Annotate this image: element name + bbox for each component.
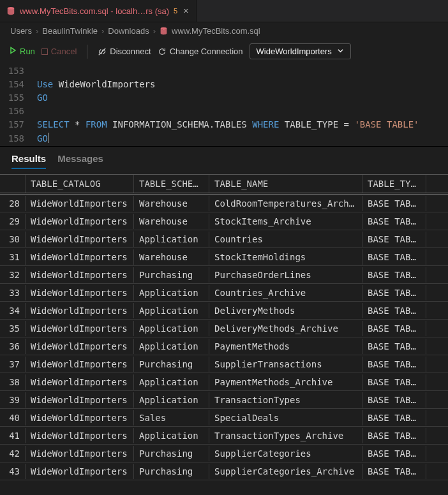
cell-catalog[interactable]: WideWorldImporters [26,232,134,247]
cell-catalog[interactable]: WideWorldImporters [26,249,134,265]
cell-catalog[interactable]: WideWorldImporters [26,267,134,283]
col-schema[interactable]: TABLE_SCHEMA [134,175,209,193]
table-row[interactable]: 39WideWorldImportersApplicationTransacti… [0,391,448,409]
cell-catalog[interactable]: WideWorldImporters [26,303,134,318]
cell-catalog[interactable]: WideWorldImporters [26,285,134,300]
cell-catalog[interactable]: WideWorldImporters [26,410,134,425]
cell-schema[interactable]: Application [134,374,209,390]
cell-type[interactable]: BASE TABLE [362,267,426,283]
cell-type[interactable]: BASE TABLE [362,357,426,372]
table-row[interactable]: 31WideWorldImportersWarehouseStockItemHo… [0,248,448,266]
cell-schema[interactable]: Sales [134,410,209,425]
table-row[interactable]: 29WideWorldImportersWarehouseStockItems_… [0,212,448,230]
cell-catalog[interactable]: WideWorldImporters [26,214,134,229]
table-row[interactable]: 32WideWorldImportersPurchasingPurchaseOr… [0,266,448,284]
cell-name[interactable]: Countries_Archive [209,285,362,300]
cell-type[interactable]: BASE TABLE [362,321,426,336]
cell-type[interactable]: BASE TABLE [362,214,426,229]
cell-catalog[interactable]: WideWorldImporters [26,392,134,408]
cell-type[interactable]: BASE TABLE [362,374,426,390]
cell-name[interactable]: Countries [209,232,362,247]
table-row[interactable]: 33WideWorldImportersApplicationCountries… [0,284,448,302]
cell-schema[interactable]: Application [134,339,209,354]
table-row[interactable]: 38WideWorldImportersApplicationPaymentMe… [0,373,448,391]
cell-schema[interactable]: Purchasing [134,464,209,479]
cell-type[interactable]: BASE TABLE [362,464,426,479]
run-button[interactable]: Run [9,47,35,56]
cell-schema[interactable]: Application [134,303,209,318]
database-selector[interactable]: WideWorldImporters [250,43,351,59]
code-line[interactable]: 153 [0,66,448,79]
col-catalog[interactable]: TABLE_CATALOG [26,175,134,193]
cell-type[interactable]: BASE TABLE [362,410,426,425]
cell-type[interactable]: BASE TABLE [362,446,426,461]
editor-tab[interactable]: www.MyTecBits.com.sql - localh…rs (sa) 5… [0,0,197,22]
cell-name[interactable]: PaymentMethods [209,339,362,354]
cell-name[interactable]: DeliveryMethods [209,303,362,318]
cell-rownum[interactable]: 38 [0,374,26,390]
code-line[interactable]: 154Use WideWorldImporters [0,79,448,92]
code-line[interactable]: 158GO [0,133,448,146]
crumb[interactable]: www.MyTecBits.com.sql [172,26,260,36]
cell-catalog[interactable]: WideWorldImporters [26,374,134,390]
code-editor[interactable]: 153154Use WideWorldImporters155GO156157S… [0,66,448,146]
cell-schema[interactable]: Warehouse [134,249,209,265]
results-grid[interactable]: TABLE_CATALOG TABLE_SCHEMA TABLE_NAME TA… [0,174,448,480]
cell-rownum[interactable]: 30 [0,232,26,247]
table-row[interactable]: 34WideWorldImportersApplicationDeliveryM… [0,302,448,320]
cell-schema[interactable]: Warehouse [134,214,209,229]
cell-rownum[interactable]: 28 [0,196,26,211]
tab-results[interactable]: Results [11,153,46,169]
cell-type[interactable]: BASE TABLE [362,196,426,211]
code-line[interactable]: 155GO [0,92,448,106]
cell-rownum[interactable]: 34 [0,303,26,318]
table-row[interactable]: 36WideWorldImportersApplicationPaymentMe… [0,337,448,355]
cell-schema[interactable]: Purchasing [134,357,209,372]
cell-type[interactable]: BASE TABLE [362,428,426,443]
cell-type[interactable]: BASE TABLE [362,249,426,265]
close-icon[interactable]: × [182,6,190,16]
cell-type[interactable]: BASE TABLE [362,392,426,408]
cell-rownum[interactable]: 41 [0,428,26,443]
cell-catalog[interactable]: WideWorldImporters [26,339,134,354]
cell-schema[interactable]: Purchasing [134,267,209,283]
cell-rownum[interactable]: 43 [0,464,26,479]
cell-name[interactable]: TransactionTypes [209,392,362,408]
cell-type[interactable]: BASE TABLE [362,339,426,354]
col-type[interactable]: TABLE_TYPE [362,175,426,193]
crumb[interactable]: Downloads [108,26,149,36]
cell-schema[interactable]: Application [134,321,209,336]
table-row[interactable]: 30WideWorldImportersApplicationCountries… [0,230,448,248]
cell-type[interactable]: BASE TABLE [362,232,426,247]
code-line[interactable]: 156 [0,106,448,119]
cell-schema[interactable]: Application [134,392,209,408]
table-row[interactable]: 41WideWorldImportersApplicationTransacti… [0,427,448,445]
cell-schema[interactable]: Warehouse [134,196,209,211]
cell-rownum[interactable]: 37 [0,357,26,372]
cell-name[interactable]: SupplierTransactions [209,357,362,372]
table-row[interactable]: 40WideWorldImportersSalesSpecialDealsBAS… [0,409,448,427]
crumb[interactable]: BeaulinTwinkle [42,26,98,36]
cell-type[interactable]: BASE TABLE [362,285,426,300]
col-rownum[interactable] [0,175,26,193]
cell-name[interactable]: SpecialDeals [209,410,362,425]
cell-name[interactable]: ColdRoomTemperatures_Arch… [209,196,362,211]
cell-catalog[interactable]: WideWorldImporters [26,357,134,372]
table-row[interactable]: 37WideWorldImportersPurchasingSupplierTr… [0,355,448,373]
table-row[interactable]: 43WideWorldImportersPurchasingSupplierCa… [0,462,448,480]
table-row[interactable]: 35WideWorldImportersApplicationDeliveryM… [0,320,448,337]
table-row[interactable]: 28WideWorldImportersWarehouseColdRoomTem… [0,195,448,212]
crumb[interactable]: Users [10,26,32,36]
disconnect-button[interactable]: Disconnect [98,47,151,56]
cell-rownum[interactable]: 39 [0,392,26,408]
cell-name[interactable]: SupplierCategories_Archive [209,464,362,479]
cell-name[interactable]: PurchaseOrderLines [209,267,362,283]
cell-name[interactable]: SupplierCategories [209,446,362,461]
cell-rownum[interactable]: 33 [0,285,26,300]
cell-rownum[interactable]: 35 [0,321,26,336]
cell-rownum[interactable]: 42 [0,446,26,461]
cell-rownum[interactable]: 36 [0,339,26,354]
change-connection-button[interactable]: Change Connection [158,47,243,56]
cell-rownum[interactable]: 29 [0,214,26,229]
cell-catalog[interactable]: WideWorldImporters [26,321,134,336]
